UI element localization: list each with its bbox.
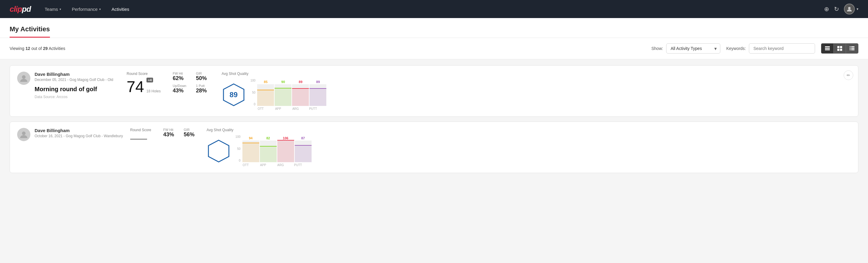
- filters-bar: Viewing 12 out of 29 Activities Show: Al…: [0, 38, 868, 59]
- quality-bar-chart: 100 50 0 85: [251, 79, 327, 111]
- one-putt-label: 1 Putt: [196, 84, 209, 88]
- hexagon-container: 89: [222, 83, 246, 107]
- page-header: My Activities: [0, 18, 868, 38]
- x-label-putt: PUTT: [305, 107, 321, 111]
- data-source: Data Source: Arccos: [35, 95, 113, 99]
- svg-rect-5: [840, 46, 842, 48]
- shot-stats: FW Hit 43% GIR 56%: [163, 128, 195, 138]
- user-avatar-icon: [17, 71, 30, 85]
- shot-stats: FW Hit 62% GIR 50% Up/Down 43% 1 Putt 28…: [173, 71, 210, 94]
- performance-chevron-icon: ▾: [99, 7, 101, 11]
- y-label-0: 0: [251, 103, 256, 106]
- activity-card: Dave Billingham December 05, 2021 - Gog …: [10, 65, 858, 117]
- ott-bar-line: [257, 90, 274, 90]
- x-label-ott: OTT: [237, 164, 254, 167]
- putt-bar-line: [309, 88, 326, 89]
- y-label-50: 50: [236, 147, 241, 150]
- putt-bar-value: 87: [301, 136, 305, 140]
- x-label-putt: PUTT: [290, 164, 307, 167]
- viewing-shown: 12: [26, 46, 30, 51]
- user-menu[interactable]: ▾: [844, 4, 858, 14]
- round-score-section: Round Score: [130, 128, 151, 140]
- app-bar-value: 90: [281, 80, 285, 84]
- keywords-filter-group: Keywords:: [726, 43, 815, 54]
- nav-activities[interactable]: Activities: [107, 4, 133, 14]
- putt-bar-wrap: [295, 141, 312, 162]
- ott-bar-line: [242, 143, 259, 143]
- round-score-section: Round Score 74 +4 18 Holes: [127, 71, 161, 94]
- x-label-ott: OTT: [252, 107, 269, 111]
- app-bar-wrap: [275, 84, 291, 106]
- one-putt-stat: 1 Putt 28%: [196, 84, 209, 94]
- user-avatar[interactable]: [844, 4, 855, 14]
- arg-bar-line: [277, 140, 294, 141]
- ott-bar-wrap: [257, 84, 274, 106]
- score-diff-badge: +4: [147, 78, 153, 83]
- refresh-icon[interactable]: ↻: [834, 5, 839, 12]
- chart-col-ott: 85: [257, 80, 274, 106]
- show-label: Show:: [651, 46, 663, 51]
- chart-col-arg: 89: [292, 80, 309, 106]
- fw-hit-stat: FW Hit 43%: [163, 128, 174, 138]
- list-view-button[interactable]: [846, 43, 858, 53]
- stats-section: Round Score FW Hit 43% GIR 56% A: [130, 128, 851, 167]
- user-chevron-icon: ▾: [857, 7, 858, 11]
- page-title: My Activities: [10, 25, 50, 38]
- score-number: 74: [127, 79, 144, 94]
- x-label-arg: ARG: [272, 164, 289, 167]
- card-left-section: Dave Billingham December 05, 2021 - Gog …: [17, 71, 119, 99]
- navbar: clippd Teams ▾ Performance ▾ Activities …: [0, 0, 868, 18]
- activity-type-select-wrapper[interactable]: All Activity Types: [666, 43, 720, 54]
- svg-rect-10: [850, 48, 850, 49]
- y-label-100: 100: [251, 79, 256, 82]
- svg-rect-11: [851, 48, 855, 49]
- quality-hexagon: [207, 139, 231, 163]
- svg-rect-13: [851, 49, 855, 50]
- activity-type-select[interactable]: All Activity Types: [666, 43, 720, 54]
- chart-y-labels: 100 50 0: [251, 79, 256, 106]
- arg-bar-wrap: [292, 84, 309, 106]
- grid-view-button[interactable]: [834, 43, 846, 53]
- chart-x-labels: OTT APP ARG PUTT: [251, 107, 327, 111]
- updown-stat: Up/Down 43%: [173, 84, 186, 94]
- activity-card: Dave Billingham October 16, 2021 - Gog M…: [10, 122, 858, 173]
- chart-area: 100 50 0 94: [236, 135, 312, 162]
- svg-rect-7: [840, 49, 842, 51]
- search-input[interactable]: [749, 43, 815, 54]
- fw-hit-value: 62%: [173, 75, 186, 82]
- chart-col-app: 90: [275, 80, 291, 106]
- svg-rect-4: [837, 46, 839, 48]
- chart-col-app: 82: [260, 136, 277, 162]
- gir-value: 50%: [196, 75, 209, 82]
- fw-hit-value: 43%: [163, 132, 174, 138]
- add-icon[interactable]: ⊕: [824, 5, 829, 12]
- nav-performance[interactable]: Performance ▾: [68, 4, 105, 14]
- card-left-section: Dave Billingham October 16, 2021 - Gog M…: [17, 128, 123, 141]
- svg-marker-17: [209, 140, 229, 162]
- quality-bar-chart: 100 50 0 94: [236, 135, 312, 167]
- user-info: Dave Billingham October 16, 2021 - Gog M…: [35, 128, 123, 138]
- chart-col-putt: 89: [309, 80, 326, 106]
- edit-button[interactable]: ✏: [844, 70, 853, 80]
- user-name: Dave Billingham: [35, 71, 113, 77]
- user-avatar-icon: [17, 128, 30, 141]
- putt-bar-fill: [309, 89, 326, 106]
- gir-label: GIR: [184, 128, 195, 132]
- y-label-0: 0: [236, 159, 241, 162]
- x-label-arg: ARG: [287, 107, 304, 111]
- quality-hexagon: 89: [222, 83, 246, 107]
- x-label-app: APP: [270, 107, 287, 111]
- nav-teams[interactable]: Teams ▾: [40, 4, 65, 14]
- arg-bar-wrap: [277, 141, 294, 162]
- fw-hit-stat: FW Hit 62%: [173, 71, 186, 82]
- svg-rect-8: [850, 46, 850, 47]
- putt-bar-value: 89: [316, 80, 320, 84]
- quality-section: Avg Shot Quality 89: [222, 71, 327, 111]
- chart-col-putt: 87: [295, 136, 312, 162]
- logo[interactable]: clippd: [10, 4, 31, 14]
- svg-rect-12: [850, 49, 850, 50]
- svg-point-14: [22, 75, 26, 79]
- chart-col-arg: 106: [277, 136, 294, 162]
- list-compact-view-button[interactable]: [822, 43, 834, 53]
- fw-hit-label: FW Hit: [163, 128, 174, 132]
